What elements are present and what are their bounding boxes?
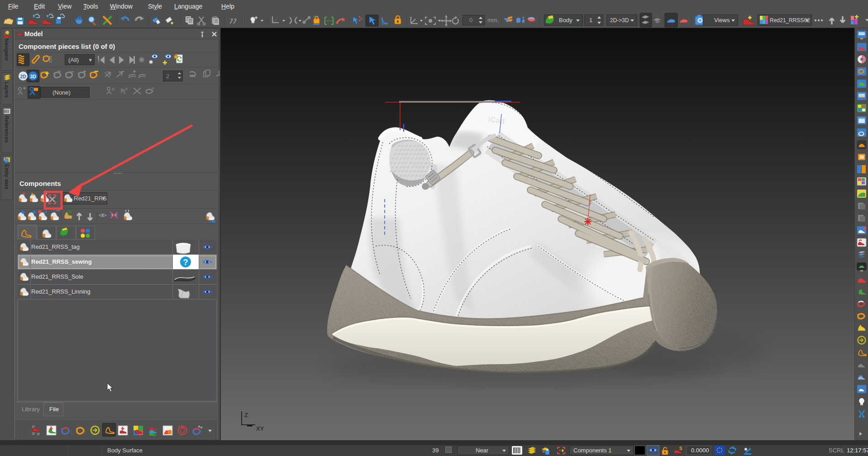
svg-text:3D: 3D: [30, 74, 36, 79]
svg-text:2D: 2D: [20, 74, 26, 79]
svg-text:S: S: [679, 446, 682, 451]
svg-text:?: ?: [183, 258, 188, 267]
svg-text:Z: Z: [244, 412, 248, 418]
svg-text:XY: XY: [256, 425, 264, 432]
